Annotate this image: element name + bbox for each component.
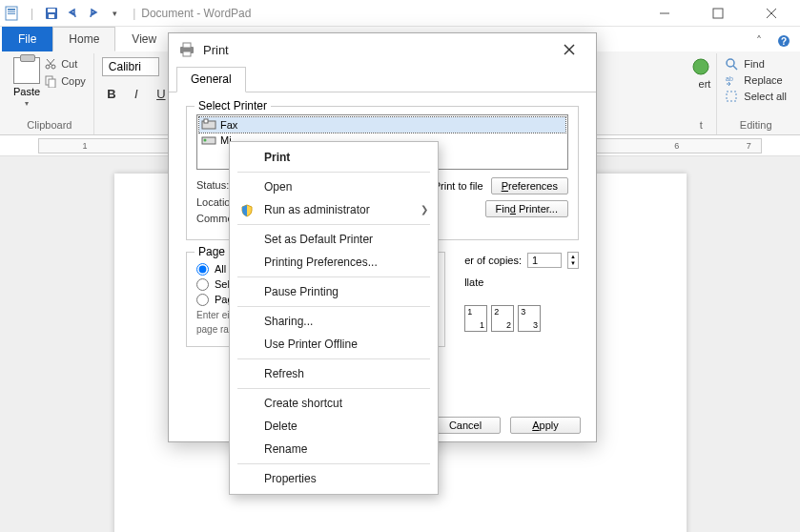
ctx-refresh[interactable]: Refresh	[230, 362, 438, 385]
svg-rect-3	[8, 13, 15, 14]
find-button[interactable]: Find	[725, 57, 787, 71]
undo-icon[interactable]	[64, 5, 81, 22]
radio-selection-input[interactable]	[196, 278, 209, 291]
ctx-separator	[237, 463, 430, 464]
clipboard-group: Paste ▾ Cut Copy Clipboard	[6, 53, 94, 134]
svg-point-20	[727, 59, 734, 67]
radio-all-label: All	[215, 263, 226, 275]
paste-label: Paste	[13, 86, 40, 97]
font-name-value: Calibri	[109, 60, 141, 73]
tab-view[interactable]: View	[115, 27, 173, 51]
editing-group: Find ab Replace Select all Editing	[717, 53, 794, 134]
printer-icon	[201, 133, 216, 147]
preferences-button[interactable]: Preferences	[491, 177, 568, 194]
svg-point-19	[693, 59, 708, 74]
ctx-separator	[237, 388, 430, 389]
separator: |	[31, 7, 33, 20]
printer-icon	[178, 41, 195, 58]
svg-rect-18	[49, 79, 55, 88]
svg-text:?: ?	[781, 36, 787, 47]
svg-point-32	[204, 139, 207, 142]
copy-label: Copy	[61, 75, 86, 87]
svg-rect-5	[48, 9, 55, 12]
ctx-separator	[237, 224, 430, 225]
ctx-delete[interactable]: Delete	[230, 415, 438, 438]
window-title: Document - WordPad	[141, 7, 251, 20]
svg-text:ab: ab	[726, 75, 733, 82]
insert-group-label-fragment: t	[700, 119, 703, 133]
ctx-run-as-admin[interactable]: Run as administrator ❯	[230, 198, 438, 221]
help-icon[interactable]: ?	[768, 31, 800, 51]
radio-pages-input[interactable]	[196, 294, 209, 306]
paste-button[interactable]: Paste ▾	[13, 57, 40, 108]
replace-label: Replace	[744, 74, 782, 86]
font-name-select[interactable]: Calibri	[102, 57, 159, 76]
minimize-button[interactable]	[647, 2, 682, 25]
ruler-tick: 1	[82, 141, 87, 151]
svg-rect-30	[204, 119, 208, 123]
maximize-button[interactable]	[701, 2, 735, 25]
printer-item-fax[interactable]: Fax	[199, 117, 565, 133]
cancel-button[interactable]: Cancel	[430, 417, 501, 434]
replace-icon: ab	[725, 73, 738, 87]
ctx-printing-prefs[interactable]: Printing Preferences...	[230, 251, 438, 274]
copy-button[interactable]: Copy	[44, 74, 86, 88]
svg-rect-1	[8, 9, 15, 10]
chevron-down-icon: ▾	[25, 99, 29, 108]
ctx-separator	[237, 276, 430, 277]
radio-all-input[interactable]	[196, 263, 209, 276]
select-all-icon	[725, 90, 738, 103]
editing-group-label: Editing	[740, 119, 772, 133]
tab-file[interactable]: File	[2, 27, 52, 51]
dialog-title: Print	[203, 43, 229, 57]
find-printer-button[interactable]: Find Printer...	[485, 200, 568, 217]
copies-input[interactable]: 1	[527, 253, 562, 268]
app-icon	[4, 5, 21, 22]
ctx-create-shortcut[interactable]: Create shortcut	[230, 392, 438, 415]
collate-checkbox[interactable]: llate	[464, 276, 579, 288]
collate-label: llate	[464, 276, 483, 288]
italic-button[interactable]: I	[127, 84, 146, 103]
save-icon[interactable]	[43, 5, 60, 22]
svg-rect-2	[8, 11, 15, 12]
qat-dropdown-icon[interactable]: ▾	[106, 5, 123, 22]
find-icon	[725, 57, 738, 71]
svg-rect-26	[183, 51, 191, 56]
collate-page-icon	[518, 305, 541, 332]
printer-context-menu: Print Open Run as administrator ❯ Set as…	[229, 141, 439, 495]
dialog-titlebar: Print	[169, 33, 596, 66]
ribbon-collapse-icon[interactable]: ˄	[750, 31, 768, 51]
ctx-pause[interactable]: Pause Printing	[230, 280, 438, 303]
select-all-button[interactable]: Select all	[725, 90, 787, 103]
apply-button[interactable]: Apply	[510, 417, 581, 434]
redo-icon[interactable]	[85, 5, 102, 22]
ctx-open[interactable]: Open	[230, 175, 438, 198]
tab-home[interactable]: Home	[52, 27, 115, 51]
dialog-close-button[interactable]	[564, 44, 586, 55]
ruler-tick: 7	[747, 141, 751, 151]
close-button[interactable]	[754, 2, 789, 25]
clipboard-group-label: Clipboard	[27, 119, 72, 133]
printer-name: Fax	[220, 119, 237, 131]
collate-preview	[464, 305, 579, 332]
tab-general[interactable]: General	[176, 67, 246, 92]
cut-button[interactable]: Cut	[44, 57, 86, 71]
svg-line-21	[733, 66, 737, 70]
print-to-file-label: Print to file	[434, 180, 483, 192]
ctx-print[interactable]: Print	[230, 146, 438, 169]
spinner-buttons[interactable]: ▲▼	[567, 252, 579, 269]
bold-button[interactable]: B	[102, 84, 121, 103]
titlebar: | ▾ | Document - WordPad	[0, 0, 800, 27]
ctx-set-default[interactable]: Set as Default Printer	[230, 228, 438, 251]
ctx-properties[interactable]: Properties	[230, 467, 438, 490]
separator: |	[133, 7, 135, 20]
collate-page-icon	[464, 305, 487, 332]
replace-button[interactable]: ab Replace	[725, 73, 787, 87]
ctx-sharing[interactable]: Sharing...	[230, 310, 438, 333]
preferences-label: references	[508, 180, 558, 192]
ctx-offline[interactable]: Use Printer Offline	[230, 333, 438, 356]
ctx-rename[interactable]: Rename	[230, 438, 438, 460]
find-label: Find	[744, 58, 764, 70]
select-all-label: Select all	[744, 91, 787, 102]
ctx-separator	[237, 358, 430, 359]
